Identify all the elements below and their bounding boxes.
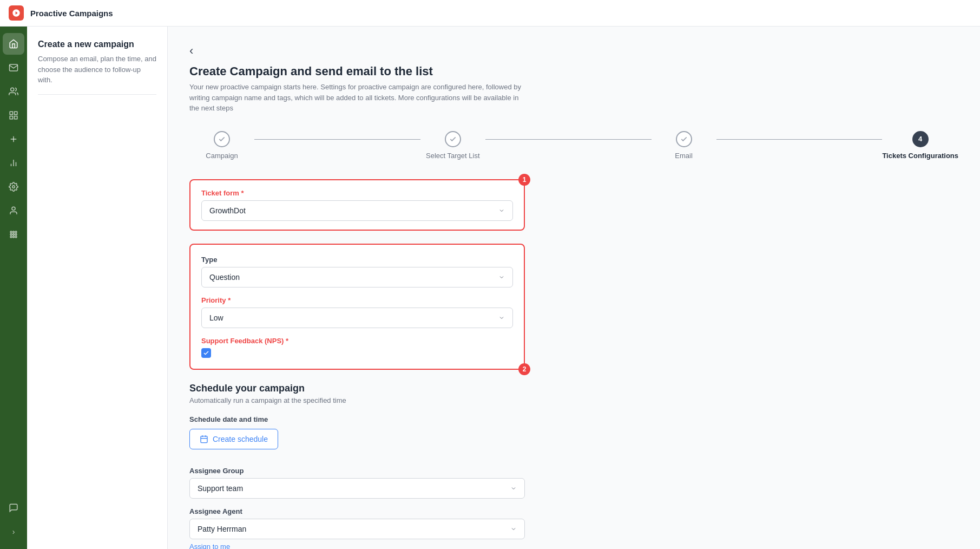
sidebar-item-users[interactable]	[3, 200, 24, 221]
sidebar-item-mail[interactable]	[3, 57, 24, 79]
priority-label: Priority *	[201, 296, 513, 304]
svg-point-0	[11, 88, 14, 91]
assignee-agent-select[interactable]: Patty Herrman John Doe Jane Smith	[189, 519, 525, 539]
type-label: Type	[201, 256, 513, 264]
sidebar-item-settings[interactable]	[3, 176, 24, 198]
nps-label: Support Feedback (NPS) *	[201, 337, 513, 345]
step-circle-campaign	[214, 131, 230, 147]
step-campaign: Campaign	[189, 131, 254, 160]
assignee-agent-label: Assignee Agent	[189, 507, 525, 515]
calendar-icon	[200, 435, 208, 443]
create-schedule-label: Create schedule	[213, 435, 268, 443]
assign-to-me-link[interactable]: Assign to me	[189, 543, 230, 550]
app-logo	[9, 5, 24, 21]
main-content: ‹ Create Campaign and send email to the …	[168, 27, 980, 549]
svg-point-12	[10, 231, 12, 233]
back-arrow-icon: ‹	[189, 44, 193, 58]
svg-rect-1	[10, 112, 12, 114]
step-number-tickets: 4	[918, 135, 922, 143]
svg-rect-3	[15, 116, 17, 119]
step-tickets-config: 4 Tickets Configurations	[882, 131, 958, 160]
create-schedule-button[interactable]: Create schedule	[189, 429, 278, 449]
chat-icon[interactable]	[3, 497, 24, 519]
priority-select[interactable]: Low Normal High Urgent	[201, 308, 513, 328]
svg-point-11	[12, 207, 15, 210]
assignee-group-select[interactable]: Support team Sales team Dev team	[189, 478, 525, 499]
sidebar: ›	[0, 27, 27, 549]
sidebar-expand[interactable]: ›	[3, 521, 24, 543]
assignee-section: Assignee Group Support team Sales team D…	[189, 467, 525, 550]
step-circle-email	[676, 131, 692, 147]
step-label-campaign: Campaign	[206, 152, 238, 160]
schedule-title: Schedule your campaign	[189, 383, 525, 394]
type-group: Type Question Incident Problem Task	[201, 256, 513, 287]
schedule-section: Schedule your campaign Automatically run…	[189, 383, 525, 449]
left-panel: Create a new campaign Compose an email, …	[27, 27, 168, 549]
type-section: Type Question Incident Problem Task Prio…	[189, 244, 525, 370]
svg-point-13	[13, 231, 15, 233]
sidebar-item-contacts[interactable]	[3, 81, 24, 102]
topbar: Proactive Campaigns	[0, 0, 980, 27]
sidebar-item-reports[interactable]	[3, 104, 24, 126]
sidebar-item-add[interactable]	[3, 128, 24, 150]
assignee-agent-group: Assignee Agent Patty Herrman John Doe Ja…	[189, 507, 525, 550]
step-line-2	[485, 139, 652, 140]
svg-rect-2	[15, 112, 17, 114]
svg-point-15	[10, 234, 12, 236]
step-line-1	[254, 139, 420, 140]
page-title: Create Campaign and send email to the li…	[189, 64, 958, 79]
left-panel-description: Compose an email, plan the time, and cho…	[38, 54, 156, 86]
type-select[interactable]: Question Incident Problem Task	[201, 267, 513, 287]
topbar-title: Proactive Campaigns	[30, 9, 113, 18]
assignee-group-label: Assignee Group	[189, 467, 525, 475]
svg-point-17	[15, 234, 17, 236]
svg-point-16	[13, 234, 15, 236]
ticket-form-select[interactable]: GrowthDot Default Support	[201, 200, 513, 221]
step-target-list: Select Target List	[420, 131, 485, 160]
svg-point-20	[15, 236, 17, 238]
sidebar-item-home[interactable]	[3, 33, 24, 55]
step-label-email: Email	[675, 152, 693, 160]
schedule-date-label: Schedule date and time	[189, 415, 525, 423]
nps-checkbox[interactable]	[201, 348, 211, 358]
step-email: Email	[652, 131, 716, 160]
assignee-group-group: Assignee Group Support team Sales team D…	[189, 467, 525, 499]
step-label-tickets: Tickets Configurations	[882, 152, 958, 160]
ticket-form-label: Ticket form *	[201, 189, 513, 197]
step-circle-target	[445, 131, 461, 147]
svg-point-19	[13, 236, 15, 238]
svg-point-14	[15, 231, 17, 233]
sidebar-item-analytics[interactable]	[3, 152, 24, 174]
svg-point-10	[12, 186, 15, 188]
back-button[interactable]: ‹	[189, 44, 193, 58]
step-circle-tickets: 4	[912, 131, 929, 147]
steps-container: Campaign Select Target List Email 4 Tick…	[189, 131, 958, 160]
step-line-3	[716, 139, 883, 140]
svg-rect-4	[10, 116, 12, 119]
svg-rect-21	[201, 436, 207, 442]
left-panel-title: Create a new campaign	[38, 40, 156, 49]
nps-checkbox-row	[201, 348, 513, 358]
priority-group: Priority * Low Normal High Urgent	[201, 296, 513, 328]
page-description: Your new proactive campaign starts here.…	[189, 82, 525, 114]
nps-group: Support Feedback (NPS) *	[201, 337, 513, 358]
ticket-form-section: Ticket form * GrowthDot Default Support	[189, 179, 525, 231]
schedule-description: Automatically run a campaign at the spec…	[189, 396, 525, 404]
step-label-target: Select Target List	[426, 152, 479, 160]
svg-point-18	[10, 236, 12, 238]
badge-2: 2	[518, 363, 530, 375]
badge-1: 1	[518, 174, 530, 186]
sidebar-item-apps[interactable]	[3, 224, 24, 245]
